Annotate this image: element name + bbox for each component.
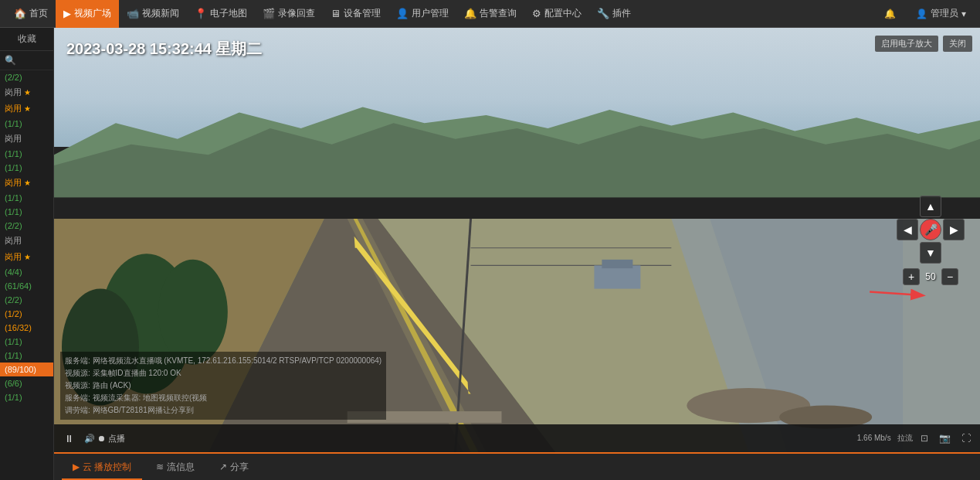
sidebar-item-21[interactable]: (6/6) <box>0 376 53 390</box>
nav-label-emap: 电子地图 <box>210 7 247 20</box>
video-player[interactable]: 2023-03-28 15:32:44 星期二 启用电子放大 关闭 ▲ ◀ 🎤 … <box>54 28 980 452</box>
audio-label[interactable]: 🔊 ⏺ 点播 <box>84 433 125 444</box>
sidebar-item-10[interactable]: (2/2) <box>0 219 53 233</box>
tab-share[interactable]: ↗ 分享 <box>209 456 259 480</box>
nav-label-user: 用户管理 <box>412 7 449 20</box>
speed-value: 1.66 Mb/s <box>857 434 891 442</box>
ptz-up-button[interactable]: ▲ <box>920 196 941 217</box>
sidebar-item-11[interactable]: 岗用 <box>0 233 53 249</box>
sidebar-item-22[interactable]: (1/1) <box>0 390 53 404</box>
list-item: (1/1) <box>5 163 22 172</box>
ptz-zoom-out-button[interactable]: − <box>941 268 958 285</box>
speed-indicator: 1.66 Mb/s 拉流 <box>857 433 913 444</box>
sidebar-item-14[interactable]: (61/64) <box>0 279 53 293</box>
nav-label-recordings: 录像回查 <box>278 7 315 20</box>
info-line-1: 视频源: 采集帧ID直播曲 120:0 OK <box>65 367 381 380</box>
user-menu[interactable]: 👤 管理员 ▾ <box>908 0 974 28</box>
recording-icon: 🎬 <box>263 8 275 19</box>
sidebar-item-19[interactable]: (1/1) <box>0 349 53 363</box>
aspect-ratio-button[interactable]: ⊡ <box>917 431 931 445</box>
sidebar-item-0[interactable]: (2/2) <box>0 70 53 84</box>
sidebar-item-5[interactable]: (1/1) <box>0 147 53 161</box>
ptz-left-button[interactable]: ◀ <box>897 219 918 240</box>
list-item: (16/32) <box>5 323 32 332</box>
tab-label-stream: 流信息 <box>167 461 195 474</box>
sidebar-item-6[interactable]: (1/1) <box>0 161 53 175</box>
list-item: (1/1) <box>5 207 22 216</box>
video-top-right-controls: 启用电子放大 关闭 <box>875 36 972 52</box>
star-icon: ★ <box>24 88 31 97</box>
video-info-overlay: 服务端: 网络视频流水直播哦 (KVMTE, 172.61.216.155:50… <box>60 352 386 420</box>
map-icon: 📍 <box>195 8 207 19</box>
tab-stream-info[interactable]: ≋ 流信息 <box>145 456 205 480</box>
star-icon: ★ <box>24 179 31 187</box>
nav-item-home[interactable]: 🏠 首页 <box>6 0 56 28</box>
top-nav: 🏠 首页 ▶ 视频广场 📹 视频新闻 📍 电子地图 🎬 录像回查 🖥 设备管理 … <box>0 0 980 28</box>
sidebar-item-17[interactable]: (16/32) <box>0 321 53 335</box>
ptz-zoom-value: 50 <box>923 271 938 282</box>
nav-item-emap[interactable]: 📍 电子地图 <box>187 0 255 28</box>
record-label: ⏺ <box>97 434 106 443</box>
sidebar-item-9[interactable]: (1/1) <box>0 205 53 219</box>
alert-button[interactable]: 🔔 <box>877 0 904 28</box>
list-item: (1/1) <box>5 149 22 158</box>
nav-label-video-news: 视频新闻 <box>142 7 179 20</box>
nav-item-recordings[interactable]: 🎬 录像回查 <box>255 0 323 28</box>
sidebar-search-box[interactable]: 🔍 <box>0 51 53 70</box>
play-pause-button[interactable]: ⏸ <box>60 431 78 447</box>
star-icon: ★ <box>24 253 31 261</box>
device-icon: 🖥 <box>331 8 341 19</box>
nav-item-video-plaza[interactable]: ▶ 视频广场 <box>56 0 119 28</box>
tabs-panel: ▶ 云 播放控制 ≋ 流信息 ↗ 分享 <box>54 452 980 480</box>
ptz-right-button[interactable]: ▶ <box>943 219 965 240</box>
ptz-center-button[interactable]: 🎤 <box>920 219 941 240</box>
tab-label-ptz: 云 播放控制 <box>83 461 131 474</box>
svg-rect-14 <box>594 265 640 288</box>
sidebar-item-16[interactable]: (1/2) <box>0 307 53 321</box>
sidebar-item-13[interactable]: (4/4) <box>0 265 53 279</box>
nav-item-video-news[interactable]: 📹 视频新闻 <box>119 0 187 28</box>
list-item: (1/2) <box>5 309 22 318</box>
nav-label-device: 设备管理 <box>344 7 381 20</box>
nav-right: 🔔 👤 管理员 ▾ <box>877 0 974 28</box>
list-item: (2/2) <box>5 73 22 82</box>
nav-label-alarm: 告警查询 <box>480 7 517 20</box>
nav-item-alarm[interactable]: 🔔 告警查询 <box>456 0 524 28</box>
svg-rect-15 <box>602 260 632 268</box>
video-controls-bar: ⏸ 🔊 ⏺ 点播 1.66 Mb/s 拉流 ⊡ 📷 ⛶ <box>54 424 980 452</box>
sidebar-item-15[interactable]: (2/2) <box>0 293 53 307</box>
sidebar-item-4[interactable]: 岗用 <box>0 131 53 147</box>
user-icon: 👤 <box>396 8 409 19</box>
tab-ptz-control[interactable]: ▶ 云 播放控制 <box>62 456 142 480</box>
star-icon: ★ <box>24 104 31 113</box>
sidebar-item-12[interactable]: 岗用 ★ <box>0 249 53 265</box>
close-video-button[interactable]: 关闭 <box>943 36 972 52</box>
alarm-icon: 🔔 <box>464 8 476 19</box>
snapshot-button[interactable]: 📷 <box>936 431 954 445</box>
sidebar-item-1[interactable]: 岗用 ★ <box>0 84 53 100</box>
sidebar-item-20[interactable]: (89/100) <box>0 363 53 376</box>
bottom-right-controls: 1.66 Mb/s 拉流 ⊡ 📷 ⛶ <box>857 431 974 445</box>
nav-item-user[interactable]: 👤 用户管理 <box>388 0 456 28</box>
sidebar-item-3[interactable]: (1/1) <box>0 117 53 131</box>
list-item: 岗用 <box>5 133 22 145</box>
search-icon: 🔍 <box>5 55 16 66</box>
fullscreen-button[interactable]: ⛶ <box>958 431 974 445</box>
nav-item-device[interactable]: 🖥 设备管理 <box>323 0 388 28</box>
list-item: (1/1) <box>5 351 22 360</box>
list-item: 岗用 <box>5 177 22 189</box>
enable-electronic-zoom-button[interactable]: 启用电子放大 <box>875 36 938 52</box>
nav-item-plugins[interactable]: 🔧 插件 <box>589 0 639 28</box>
mountains-far <box>54 91 980 197</box>
content-area: 2023-03-28 15:32:44 星期二 启用电子放大 关闭 ▲ ◀ 🎤 … <box>54 28 980 480</box>
ptz-controls: ▲ ◀ 🎤 ▶ ▼ + 50 − <box>897 196 965 285</box>
list-item: (1/1) <box>5 193 22 203</box>
nav-item-config[interactable]: ⚙ 配置中心 <box>524 0 589 28</box>
ptz-down-button[interactable]: ▼ <box>920 242 941 264</box>
list-item: (1/1) <box>5 337 22 346</box>
sidebar-item-7[interactable]: 岗用 ★ <box>0 175 53 191</box>
list-item: (1/1) <box>5 119 22 128</box>
sidebar-item-2[interactable]: 岗用 ★ <box>0 100 53 117</box>
sidebar-item-18[interactable]: (1/1) <box>0 335 53 349</box>
sidebar-item-8[interactable]: (1/1) <box>0 191 53 205</box>
